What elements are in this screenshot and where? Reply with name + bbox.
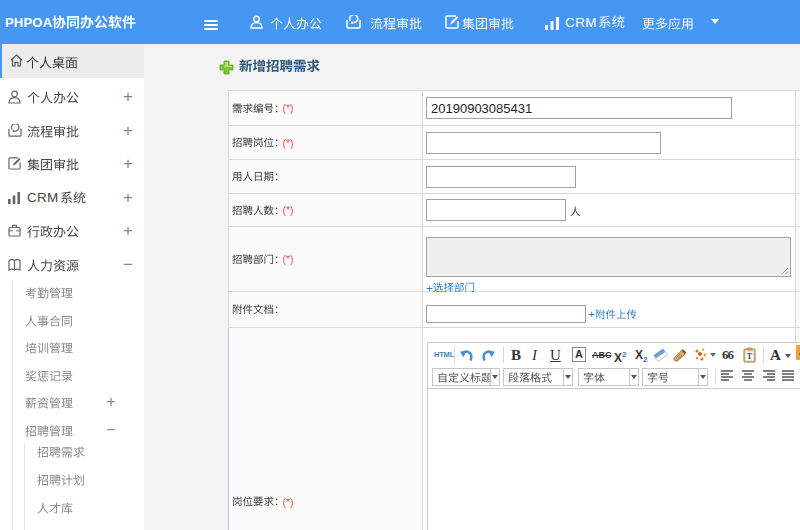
svg-text:T: T (747, 352, 753, 361)
